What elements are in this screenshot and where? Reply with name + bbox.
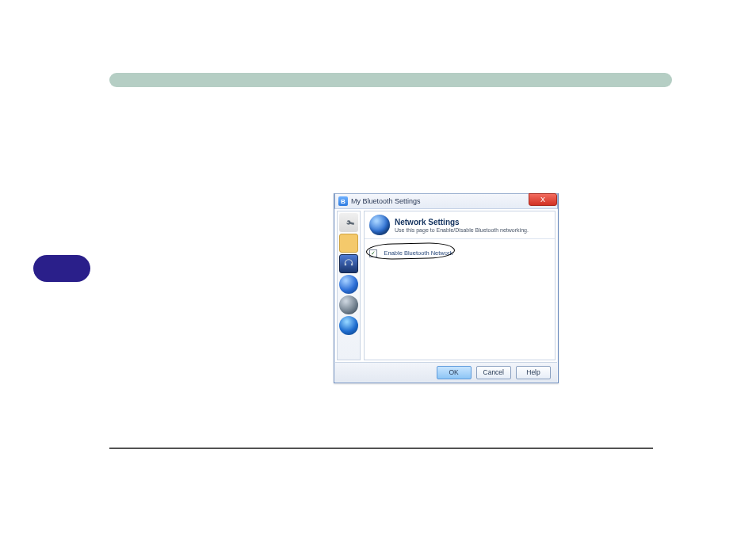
ok-button[interactable]: OK [437, 366, 472, 379]
cancel-button[interactable]: Cancel [476, 366, 511, 379]
internet-globe-icon[interactable] [339, 316, 358, 335]
bluetooth-icon: B [338, 196, 348, 206]
enable-bluetooth-row[interactable]: ✓ Enable Bluetooth Network [369, 246, 550, 258]
wrench-icon[interactable] [339, 213, 358, 232]
dialog-body: Network Settings Use this page to Enable… [335, 209, 557, 362]
page-bottom-rule [109, 447, 653, 449]
network-icon [369, 215, 390, 235]
content-subtitle: Use this page to Enable/Disable Bluetoot… [395, 227, 529, 233]
folder-icon[interactable] [339, 234, 358, 253]
close-button[interactable]: X [529, 193, 557, 206]
dialog-titlebar: B My Bluetooth Settings X [334, 193, 558, 209]
content-title: Network Settings [395, 218, 529, 227]
speaker-icon[interactable] [339, 295, 358, 314]
headset-icon[interactable] [339, 254, 358, 273]
help-button[interactable]: Help [516, 366, 551, 379]
dialog-title: My Bluetooth Settings [351, 197, 421, 205]
close-x: X [540, 196, 545, 204]
dialog-footer: OK Cancel Help [335, 362, 557, 382]
dialog-content: Network Settings Use this page to Enable… [364, 211, 556, 360]
section-accent-bar [109, 73, 672, 87]
note-badge [33, 255, 90, 282]
bluetooth-settings-dialog: B My Bluetooth Settings X Network Settin… [334, 193, 559, 383]
dialog-sidebar [337, 211, 361, 360]
content-header: Network Settings Use this page to Enable… [365, 211, 555, 239]
network-globe-icon[interactable] [339, 275, 358, 294]
highlight-circle-annotation [366, 242, 455, 260]
